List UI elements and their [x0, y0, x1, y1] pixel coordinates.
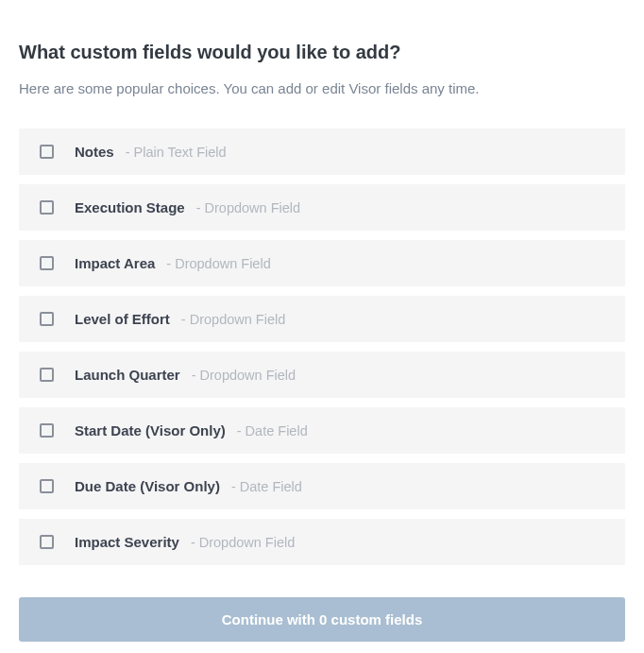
- field-label: Notes: [75, 144, 114, 160]
- field-type: - Dropdown Field: [181, 312, 285, 327]
- field-row[interactable]: Launch Quarter - Dropdown Field: [19, 352, 625, 398]
- checkbox[interactable]: [40, 312, 54, 326]
- field-type: - Date Field: [231, 479, 302, 494]
- field-type: - Dropdown Field: [191, 535, 295, 550]
- field-label: Launch Quarter: [75, 367, 180, 383]
- checkbox[interactable]: [40, 200, 54, 215]
- checkbox[interactable]: [40, 423, 54, 438]
- field-type: - Dropdown Field: [192, 368, 296, 383]
- page-subtitle: Here are some popular choices. You can a…: [19, 80, 625, 96]
- field-row[interactable]: Notes - Plain Text Field: [19, 129, 625, 175]
- page-heading: What custom fields would you like to add…: [19, 42, 625, 63]
- field-row[interactable]: Impact Severity - Dropdown Field: [19, 519, 625, 565]
- field-type: - Dropdown Field: [196, 200, 300, 215]
- field-type: - Dropdown Field: [166, 256, 270, 271]
- field-row[interactable]: Start Date (Visor Only) - Date Field: [19, 407, 625, 454]
- checkbox[interactable]: [40, 256, 54, 270]
- field-label: Start Date (Visor Only): [75, 422, 226, 438]
- field-row[interactable]: Level of Effort - Dropdown Field: [19, 296, 625, 342]
- field-label: Impact Area: [75, 255, 155, 271]
- field-label: Level of Effort: [75, 311, 170, 327]
- fields-list[interactable]: Notes - Plain Text Field Execution Stage…: [19, 129, 625, 575]
- field-row[interactable]: Due Date (Visor Only) - Date Field: [19, 463, 625, 509]
- field-label: Execution Stage: [75, 199, 185, 215]
- continue-button[interactable]: Continue with 0 custom fields: [19, 597, 625, 642]
- field-type: - Date Field: [237, 423, 308, 438]
- checkbox[interactable]: [40, 145, 54, 159]
- field-label: Impact Severity: [75, 534, 179, 550]
- field-type: - Plain Text Field: [126, 145, 227, 160]
- field-row[interactable]: Execution Stage - Dropdown Field: [19, 184, 625, 231]
- checkbox[interactable]: [40, 535, 54, 549]
- field-label: Due Date (Visor Only): [75, 478, 220, 494]
- checkbox[interactable]: [40, 368, 54, 382]
- field-row[interactable]: Impact Area - Dropdown Field: [19, 240, 625, 286]
- checkbox[interactable]: [40, 479, 54, 493]
